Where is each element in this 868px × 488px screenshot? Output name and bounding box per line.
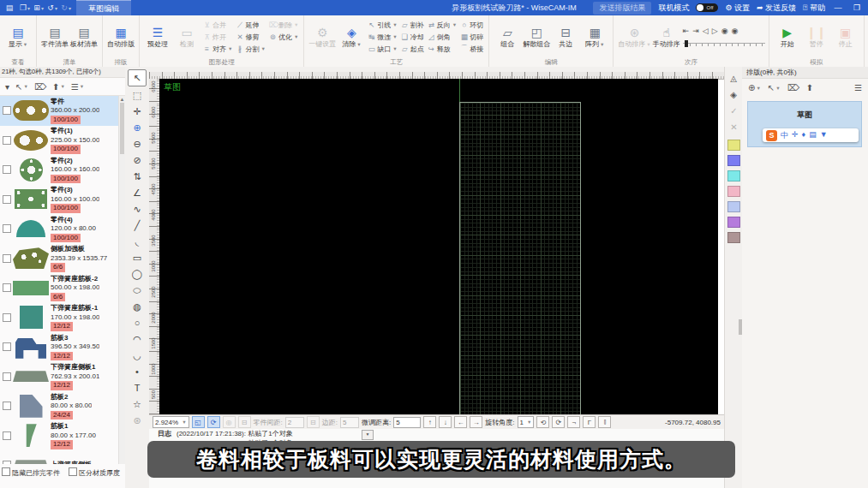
rotate-cw-button[interactable]: ⟳ [552,416,565,428]
ribbon-button-起点[interactable]: ▱起点 [399,43,426,55]
ime-tool-icon-0[interactable]: 中 [781,130,788,141]
ribbon-button-开始[interactable]: ▶开始 [773,17,802,57]
nudge-right-button[interactable]: → [470,416,482,428]
part-list-item[interactable]: 零件(1)225.00 x 150.00100/100 [0,126,125,156]
ribbon-button-暂停[interactable]: ❙❙暂停 [802,17,831,57]
minimize-button[interactable]: — [832,3,844,12]
ime-tool-icon-1[interactable]: ✛ [792,130,799,141]
color-swatch-1[interactable] [727,155,740,166]
ribbon-button-显示[interactable]: ▤显示▼ [3,17,33,57]
sequence-arrow-4[interactable]: ◉ [721,27,728,35]
part-list-item[interactable]: 下弹簧座筋板-1170.00 x 198.0012/12 [0,303,125,333]
part-list-item[interactable]: 上弹簧座侧板 [0,450,125,464]
snap-node-icon[interactable]: ◈ [730,86,737,103]
arc-icon[interactable]: ◟ [129,234,146,249]
color-swatch-3[interactable] [727,186,740,197]
sequence-arrow-1[interactable]: ⇥ [692,27,699,35]
maximize-button[interactable]: ❐ [851,3,863,12]
color-swatch-4[interactable] [727,201,740,212]
ribbon-button-环切[interactable]: ○环切 [458,19,485,31]
ribbon-button-自动排序[interactable]: ⊛自动排序▼ [617,17,651,57]
measure-info-icon[interactable]: ⊘ [129,152,146,168]
spline-icon[interactable]: ∿ [129,201,146,217]
fit-view-button[interactable]: ◱ [192,416,205,428]
parts-scrollbar[interactable]: ▲ [118,96,125,464]
circle2-icon[interactable]: ○ [129,315,146,330]
sequence-arrow-5[interactable]: ◉ [732,27,739,35]
nudge-up-button[interactable]: ↑ [423,416,436,428]
parts-select-tool[interactable]: ↖▼ [15,82,28,92]
zoom-select[interactable]: 2.924%▼ [153,416,189,428]
nudge-input[interactable]: 5 [393,417,421,428]
nudge-left-button[interactable]: ← [454,416,467,428]
color-swatch-5[interactable] [727,217,740,228]
panel-menu-icon[interactable]: ☰ [854,83,862,92]
ribbon-button-阵列[interactable]: ▦阵列▼ [580,17,609,57]
part-list-item[interactable]: 下弹簧座筋板-2500.00 x 198.006/6 [0,273,125,303]
part-checkbox[interactable] [3,195,11,204]
measure-distance-icon[interactable]: ⇅ [129,169,146,184]
ribbon-button-组合[interactable]: ▱组合 [493,17,522,57]
ribbon-button-切碎[interactable]: ▦切碎 [458,31,485,43]
sogou-ime-icon[interactable]: S [766,130,777,141]
ribbon-button-零件清单[interactable]: ▤零件清单 [40,17,69,57]
ribbon-button-一键设置[interactable]: ⚙一键设置 [308,17,337,57]
part-checkbox[interactable] [3,313,11,322]
distinguish-material-checkbox[interactable]: 区分材质厚度 [69,467,120,478]
zoom-out-icon[interactable]: ⊖ [129,136,146,152]
ribbon-button-分割[interactable]: ∦分割▼ [234,43,266,55]
corner-right-button[interactable]: Γ [583,416,596,428]
send-nest-result-button[interactable]: 发送排版结果 [593,2,651,15]
select-cursor-icon[interactable]: ↖ [128,69,147,86]
ribbon-button-修剪[interactable]: ✕修剪 [234,31,266,43]
ribbon-button-板材清单[interactable]: ▤板材清单 [69,17,99,57]
hide-nested-parts-checkbox[interactable]: 隐藏已排完零件 [2,467,60,478]
log-expand-button[interactable]: ▼ [362,430,374,440]
color-swatch-2[interactable] [727,170,740,182]
arc-up-icon[interactable]: ◠ [129,331,146,347]
ribbon-button-清除[interactable]: ◈清除▼ [337,17,366,57]
part-checkbox[interactable] [3,106,11,115]
ime-tool-icon-2[interactable]: ♦ [802,130,806,141]
ribbon-button-延伸[interactable]: ⟋延伸 [234,19,266,31]
online-mode-toggle[interactable]: Off [696,3,718,12]
arc-down-icon[interactable]: ◡ [129,348,146,363]
ribbon-button-自动排版[interactable]: ▦自动排版 [106,17,135,57]
ribbon-button-合并[interactable]: ⊻合并 [201,19,234,31]
ribbon-button-桥接[interactable]: ⌒桥接 [458,43,485,55]
refresh-view-button[interactable]: ⟳ [207,416,220,428]
feedback-button[interactable]: ➦ 发送反馈 [757,3,796,14]
part-list-item[interactable]: 零件(2)160.00 x 160.00100/100 [0,155,125,185]
part-checkbox[interactable] [3,254,11,263]
part-checkbox[interactable] [3,402,11,410]
ribbon-button-冷却[interactable]: ❑冷却 [399,31,426,43]
ribbon-button-引线[interactable]: ↖引线▼ [366,19,398,31]
ribbon-button-手动排序[interactable]: ☝手动排序 [652,17,681,57]
drawing-canvas[interactable]: 草图 [159,79,718,414]
ribbon-button-检测[interactable]: ▭检测 [172,17,201,57]
mirror-button[interactable]: ⫾ [598,416,611,428]
ribbon-button-反向[interactable]: ⇄反向▼ [426,19,458,31]
sequence-arrow-0[interactable]: ⇤ [683,27,690,35]
ribbon-button-释放[interactable]: ↪释放 [426,43,458,55]
blob-icon[interactable]: ◍ [129,299,146,314]
part-checkbox[interactable] [3,283,11,292]
part-list-item[interactable]: 侧板加强板2353.39 x 1535.776/6 [0,244,125,274]
nudge-down-button[interactable]: ↓ [439,416,452,428]
part-checkbox[interactable] [3,136,11,145]
corner-left-button[interactable]: ¬ [567,416,580,428]
line-icon[interactable]: ╱ [129,217,146,233]
sequence-arrow-3[interactable]: ▷ [712,27,718,35]
app-logo-icon[interactable]: ▤ [3,3,16,12]
parts-sort[interactable]: ☰▼ [71,82,84,92]
rotate-ccw-button[interactable]: ⟲ [536,416,549,428]
ribbon-button-缺口[interactable]: ▭缺口▼ [366,43,398,55]
nest-delete[interactable]: ⌦ [787,83,799,92]
parts-delete[interactable]: ⌦ [34,82,46,92]
box-select-icon[interactable]: ⬚ [129,87,146,103]
part-checkbox[interactable] [3,461,11,464]
part-list-item[interactable]: 筋板3396.50 x 349.5012/12 [0,332,125,362]
ime-tool-icon-3[interactable]: ▤ [809,130,817,141]
circle-icon[interactable]: ◯ [129,266,146,282]
part-checkbox[interactable] [3,165,11,174]
